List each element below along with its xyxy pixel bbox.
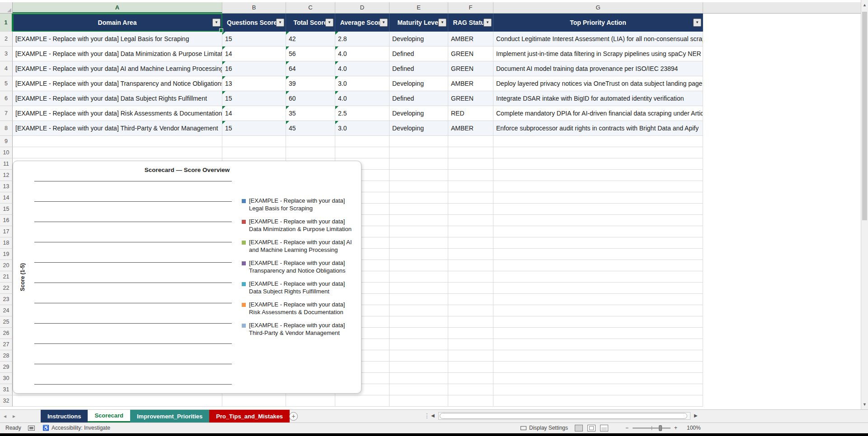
row-header-1[interactable]: 1 (0, 14, 13, 32)
cell-B4[interactable]: 16 (222, 61, 286, 76)
cell-E28[interactable] (389, 350, 448, 362)
cell-G13[interactable] (493, 181, 703, 192)
filter-button-B[interactable]: ▼ (276, 19, 284, 27)
cell-C5[interactable]: 39 (286, 76, 335, 91)
scroll-right-icon[interactable]: ▶ (694, 413, 698, 418)
cell-G14[interactable] (493, 192, 703, 204)
cell-E18[interactable] (389, 237, 448, 249)
scroll-left-icon[interactable]: ◀ (431, 413, 435, 418)
vertical-scrollbar-thumb[interactable] (862, 12, 867, 220)
row-header-6[interactable]: 6 (0, 91, 13, 106)
cell-F23[interactable] (448, 294, 493, 305)
cell-F29[interactable] (448, 362, 493, 373)
zoom-out-button[interactable]: − (625, 423, 629, 433)
cell-A4[interactable]: [EXAMPLE - Replace with your data] AI an… (13, 61, 222, 76)
cell-E6[interactable]: Defined (389, 91, 448, 106)
cell-E25[interactable] (389, 316, 448, 328)
cell-B9[interactable] (222, 136, 286, 147)
cell-G11[interactable] (493, 158, 703, 170)
cell-C3[interactable]: 56 (286, 46, 335, 61)
cell-G3[interactable]: Implement just-in-time data filtering in… (493, 46, 703, 61)
cell-C9[interactable] (286, 136, 335, 147)
cell-G15[interactable] (493, 204, 703, 215)
cell-F30[interactable] (448, 373, 493, 384)
cell-F14[interactable] (448, 192, 493, 204)
cell-G23[interactable] (493, 294, 703, 305)
row-header-2[interactable]: 2 (0, 32, 13, 46)
cell-C8[interactable]: 45 (286, 121, 335, 136)
cell-A10[interactable] (13, 147, 222, 158)
sheet-tab-scorecard[interactable]: Scorecard (88, 410, 130, 422)
column-header-B[interactable]: B (222, 2, 286, 13)
row-header-20[interactable]: 20 (0, 260, 13, 271)
row-header-32[interactable]: 32 (0, 395, 13, 407)
cell-G8[interactable]: Enforce subprocessor audit rights in con… (493, 121, 703, 136)
column-header-A[interactable]: A (13, 2, 222, 13)
sheet-tab-instructions[interactable]: Instructions (41, 410, 88, 422)
cell-G31[interactable] (493, 384, 703, 395)
cell-A9[interactable] (13, 136, 222, 147)
row-header-27[interactable]: 27 (0, 339, 13, 350)
row-header-26[interactable]: 26 (0, 328, 13, 339)
row-header-9[interactable]: 9 (0, 136, 13, 147)
cell-G25[interactable] (493, 316, 703, 328)
cell-C10[interactable] (286, 147, 335, 158)
row-header-7[interactable]: 7 (0, 106, 13, 121)
cell-F11[interactable] (448, 158, 493, 170)
cell-C6[interactable]: 60 (286, 91, 335, 106)
cell-A3[interactable]: [EXAMPLE - Replace with your data] Data … (13, 46, 222, 61)
cell-F19[interactable] (448, 249, 493, 260)
vertical-scrollbar[interactable]: ▲ ▼ (861, 0, 868, 409)
row-header-31[interactable]: 31 (0, 384, 13, 395)
cell-F17[interactable] (448, 226, 493, 237)
cell-D32[interactable] (335, 395, 389, 407)
row-header-10[interactable]: 10 (0, 147, 13, 158)
cell-F20[interactable] (448, 260, 493, 271)
scroll-up-icon[interactable]: ▲ (861, 3, 868, 7)
cell-C4[interactable]: 64 (286, 61, 335, 76)
cell-G22[interactable] (493, 283, 703, 294)
cell-G32[interactable] (493, 395, 703, 407)
cell-D3[interactable]: 4.0 (335, 46, 389, 61)
cell-F25[interactable] (448, 316, 493, 328)
cell-F15[interactable] (448, 204, 493, 215)
cell-B10[interactable] (222, 147, 286, 158)
filter-button-D[interactable]: ▼ (380, 19, 388, 27)
cell-E32[interactable] (389, 395, 448, 407)
cell-E19[interactable] (389, 249, 448, 260)
cell-A7[interactable]: [EXAMPLE - Replace with your data] Risk … (13, 106, 222, 121)
cell-E27[interactable] (389, 339, 448, 350)
cell-B32[interactable] (222, 395, 286, 407)
cell-F5[interactable]: AMBER (448, 76, 493, 91)
cell-G19[interactable] (493, 249, 703, 260)
filter-button-G[interactable]: ▼ (693, 19, 701, 27)
cell-G7[interactable]: Complete mandatory DPIA for AI-driven fi… (493, 106, 703, 121)
tab-nav-left-icon[interactable]: ◂ (4, 413, 6, 419)
cell-A2[interactable]: [EXAMPLE - Replace with your data] Legal… (13, 32, 222, 46)
cell-E30[interactable] (389, 373, 448, 384)
row-header-24[interactable]: 24 (0, 305, 13, 316)
cell-F9[interactable] (448, 136, 493, 147)
cell-E17[interactable] (389, 226, 448, 237)
cell-G4[interactable]: Document AI model training data provenan… (493, 61, 703, 76)
cell-C7[interactable]: 35 (286, 106, 335, 121)
cell-E26[interactable] (389, 328, 448, 339)
cell-G28[interactable] (493, 350, 703, 362)
normal-view-icon[interactable] (575, 425, 583, 431)
horizontal-scrollbar[interactable] (438, 412, 690, 420)
cell-F6[interactable]: GREEN (448, 91, 493, 106)
filter-button-C[interactable]: ▼ (325, 19, 333, 27)
cell-B8[interactable]: 15 (222, 121, 286, 136)
cell-C32[interactable] (286, 395, 335, 407)
cell-G10[interactable] (493, 147, 703, 158)
accessibility-status[interactable]: ♿Accessibility: Investigate (42, 423, 110, 433)
cell-E14[interactable] (389, 192, 448, 204)
cell-A8[interactable]: [EXAMPLE - Replace with your data] Third… (13, 121, 222, 136)
row-header-14[interactable]: 14 (0, 192, 13, 204)
header-cell-G1[interactable]: Top Priority Action▼ (493, 14, 703, 32)
cell-D9[interactable] (335, 136, 389, 147)
cell-F12[interactable] (448, 170, 493, 181)
column-header-D[interactable]: D (335, 2, 389, 13)
cell-G27[interactable] (493, 339, 703, 350)
cell-A32[interactable] (13, 395, 222, 407)
